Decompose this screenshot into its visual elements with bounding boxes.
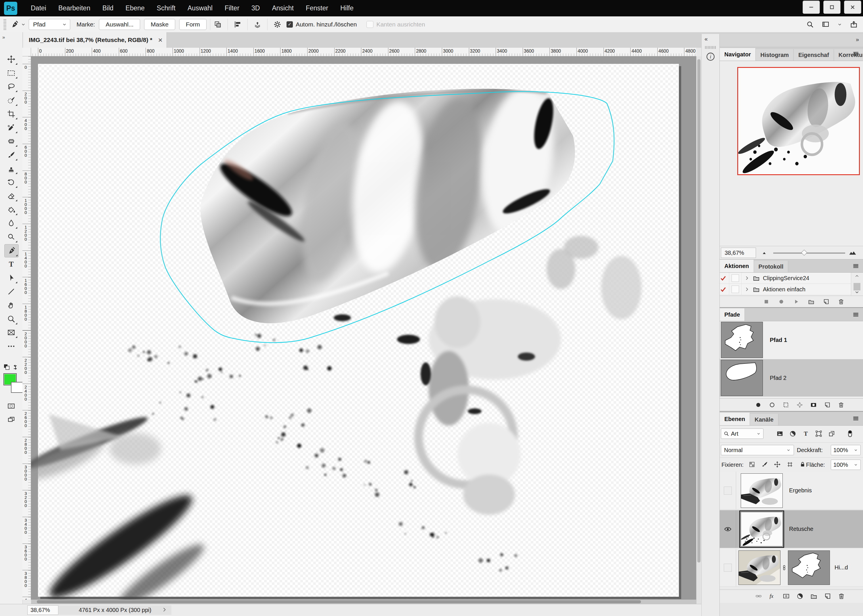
new-group-icon[interactable]	[810, 592, 817, 600]
slider-thumb[interactable]	[801, 250, 807, 256]
tab-histogram[interactable]: Histogram	[756, 49, 794, 61]
close-button[interactable]	[844, 1, 861, 14]
menu-bild[interactable]: Bild	[96, 0, 119, 16]
menu-ebene[interactable]: Ebene	[119, 0, 151, 16]
menu-3d[interactable]: 3D	[245, 0, 266, 16]
action-dialog-checkbox[interactable]	[731, 274, 739, 282]
close-tab-icon[interactable]: ×	[158, 36, 162, 45]
auto-add-checkbox[interactable]: ✓	[286, 21, 293, 28]
opacity-field[interactable]: 100%	[831, 445, 861, 455]
info-icon[interactable]: i	[706, 52, 715, 61]
dodge-tool[interactable]	[4, 231, 18, 243]
lock-pixels-icon[interactable]	[761, 461, 768, 468]
stop-icon[interactable]	[763, 298, 770, 305]
path-name[interactable]: Pfad 1	[770, 337, 787, 343]
path-thumbnail[interactable]	[721, 360, 763, 396]
tab-kanale[interactable]: Kanäle	[750, 414, 778, 425]
layer-filter-select[interactable]: Art	[721, 429, 764, 439]
collapse-panels-icon[interactable]: «	[704, 36, 708, 42]
object-selection-tool[interactable]	[4, 94, 18, 107]
trash-icon[interactable]	[838, 298, 844, 305]
fill-path-icon[interactable]	[755, 401, 762, 409]
menu-schrift[interactable]: Schrift	[151, 0, 182, 16]
workspace-icon[interactable]	[822, 20, 830, 28]
path-alignment-icon[interactable]	[234, 20, 242, 28]
stroke-path-icon[interactable]	[769, 401, 775, 409]
filter-toggle-icon[interactable]	[846, 429, 854, 438]
menu-bearbeiten[interactable]: Bearbeiten	[52, 0, 96, 16]
frame-tool[interactable]	[4, 326, 18, 339]
layer-thumbnail[interactable]	[739, 550, 780, 585]
navigator-zoom-field[interactable]: 38,67%	[721, 248, 756, 258]
gear-icon[interactable]	[273, 20, 281, 28]
action-dialog-checkbox[interactable]	[731, 286, 739, 293]
tool-mode-select[interactable]: Pfad	[29, 19, 70, 30]
lock-transparency-icon[interactable]	[748, 461, 755, 468]
menu-fenster[interactable]: Fenster	[300, 0, 334, 16]
make-shape-button[interactable]: Form	[179, 19, 206, 30]
screen-mode-button[interactable]	[4, 413, 18, 426]
fill-field[interactable]: 100%	[831, 460, 861, 470]
path-thumbnail[interactable]	[721, 322, 763, 358]
lock-artboard-icon[interactable]	[786, 461, 793, 468]
menu-datei[interactable]: Datei	[25, 0, 52, 16]
status-chevron-icon[interactable]	[161, 607, 167, 613]
eyedropper-tool[interactable]	[4, 121, 18, 134]
path-handles-icon[interactable]	[796, 401, 803, 409]
share-icon[interactable]	[850, 20, 858, 28]
blend-mode-select[interactable]: Normal	[721, 445, 794, 455]
align-edges-checkbox[interactable]	[366, 21, 373, 28]
search-icon[interactable]	[806, 20, 814, 28]
action-enabled-check-icon[interactable]	[720, 275, 727, 281]
record-icon[interactable]	[778, 298, 785, 305]
canvas[interactable]	[31, 57, 696, 600]
path-row[interactable]: Pfad 2	[720, 359, 863, 397]
filter-smart-object-icon[interactable]	[828, 430, 835, 437]
menu-ansicht[interactable]: Ansicht	[266, 0, 299, 16]
blur-tool[interactable]	[4, 217, 18, 229]
new-layer-icon[interactable]	[824, 592, 832, 600]
crop-tool[interactable]	[4, 108, 18, 120]
scroll-up-icon[interactable]	[854, 273, 860, 279]
mini-swatch-swap[interactable]	[3, 363, 20, 372]
filter-pixel-layer-icon[interactable]	[776, 430, 784, 437]
document-tab[interactable]: IMG_2243.tif bei 38,7% (Retusche, RGB/8)…	[23, 32, 167, 48]
expand-panels-icon[interactable]: »	[856, 36, 859, 43]
layer-style-icon[interactable]: fx	[769, 592, 776, 600]
menu-auswahl[interactable]: Auswahl	[182, 0, 219, 16]
tab-protokoll[interactable]: Protokoll	[754, 261, 789, 272]
layer-row[interactable]: Ergebnis	[720, 471, 863, 509]
folder-icon[interactable]	[808, 298, 815, 305]
panel-grip[interactable]	[705, 46, 716, 49]
expand-action-icon[interactable]	[744, 286, 750, 292]
tab-eigenschaf[interactable]: Eigenschaf	[794, 49, 834, 61]
layer-name[interactable]: Retusche	[789, 526, 814, 532]
vertical-scrollbar[interactable]	[696, 57, 701, 604]
line-tool[interactable]	[4, 285, 18, 298]
navigator-proxy-view[interactable]	[738, 68, 859, 174]
expand-action-icon[interactable]	[744, 275, 750, 281]
hand-tool[interactable]	[4, 299, 18, 311]
background-color-swatch[interactable]	[11, 382, 23, 393]
type-tool[interactable]: T	[4, 258, 18, 270]
paint-bucket-tool[interactable]	[4, 203, 18, 216]
pen-tool-icon[interactable]	[10, 20, 19, 29]
layer-thumbnail[interactable]	[741, 512, 783, 547]
tab-pfade[interactable]: Pfade	[720, 308, 745, 321]
lock-all-icon[interactable]	[799, 461, 806, 468]
menu-filter[interactable]: Filter	[219, 0, 245, 16]
zoom-tool[interactable]	[4, 313, 18, 325]
quick-mask-mode-button[interactable]	[4, 400, 18, 412]
chevron-down-icon[interactable]	[837, 22, 842, 27]
layer-visibility-toggle[interactable]	[720, 471, 736, 509]
pen-tool[interactable]	[4, 244, 19, 258]
filter-type-layer-icon[interactable]: T	[802, 430, 810, 437]
lasso-tool[interactable]	[4, 80, 18, 93]
panel-menu-icon[interactable]	[852, 311, 860, 318]
path-name[interactable]: Pfad 2	[770, 375, 786, 381]
layer-row[interactable]: Hi...d	[720, 549, 863, 587]
layer-name[interactable]: Ergebnis	[789, 487, 812, 494]
tab-navigator[interactable]: Navigator	[720, 48, 756, 61]
filter-shape-layer-icon[interactable]	[815, 430, 822, 437]
layer-name[interactable]: Hi...d	[835, 564, 848, 571]
